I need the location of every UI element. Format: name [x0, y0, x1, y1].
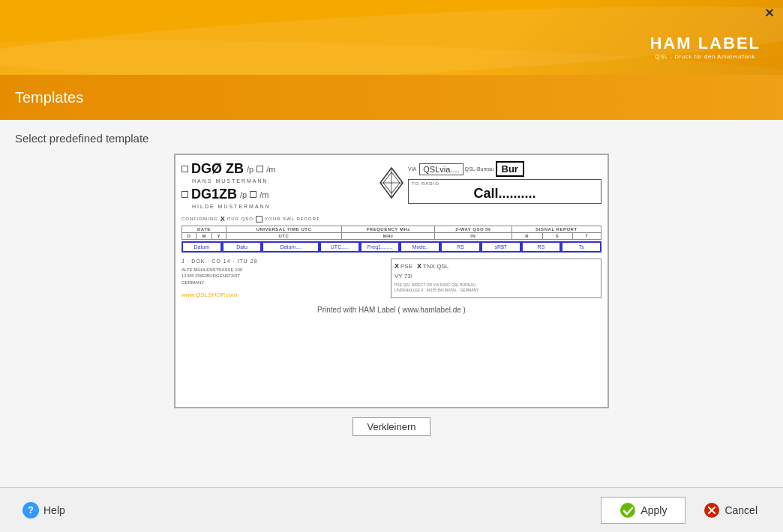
callsign2-m: /m: [260, 190, 268, 199]
confirming-text: CONFIRMING: [182, 217, 218, 221]
help-button[interactable]: ? Help: [22, 502, 65, 519]
qsl-top-row: DGØ ZB /p /m HANS MUSTERMANN DG1ZB /p /m…: [182, 161, 602, 212]
utc-field[interactable]: UTC.....: [320, 241, 360, 253]
ham-label-logo: HAM LABEL QSL - Druck für den Amateurfun…: [650, 34, 760, 60]
footer-small: PSE QSL DIRECT OR VIA DARC QSL BUREAU LI…: [394, 282, 598, 292]
signal-header: SIGNAL REPORT: [512, 226, 601, 233]
twoway-header: 2-WAY QSO IN: [435, 226, 512, 233]
frequency-header: FREQUENCY MHz: [342, 226, 435, 233]
callsign1-checkbox[interactable]: [182, 166, 188, 172]
x-mark: X: [220, 215, 225, 223]
date-header: DATE: [182, 226, 226, 233]
page-title: Templates: [15, 89, 83, 106]
r-header: R: [512, 233, 542, 240]
pse-tnx-row: X PSE X TNX QSL: [394, 262, 598, 270]
callsign2-m-checkbox[interactable]: [250, 191, 256, 198]
callsign2-p: /p: [240, 190, 247, 199]
via-label: VIA: [408, 166, 416, 172]
callsign2-line: DG1ZB /p /m: [182, 187, 375, 202]
diamond-logo: [378, 164, 405, 202]
action-row-top: Verkleinern: [15, 417, 768, 436]
help-icon: ?: [22, 502, 39, 519]
d-header: D: [182, 233, 196, 240]
t-header: T: [572, 233, 601, 240]
pse-x-mark: X: [394, 262, 399, 270]
cancel-label: Cancel: [724, 504, 758, 516]
help-label: Help: [44, 504, 65, 516]
callsign1-m: /m: [266, 165, 275, 174]
rst-field[interactable]: sR$T: [481, 241, 521, 253]
data-table: DATE UNIVERSAL TIME UTC FREQUENCY MHz 2-…: [182, 226, 602, 240]
m-header: M: [196, 233, 212, 240]
select-predefined-label: Select predefined template: [15, 132, 768, 145]
main-content: Select predefined template DGØ ZB /p /m …: [0, 120, 783, 532]
callsign1-m-checkbox[interactable]: [256, 166, 263, 172]
callsign1-line: DGØ ZB /p /m: [182, 161, 375, 177]
y-header: Y: [212, 233, 226, 240]
to-radio-box: TO RADIO Call..........: [408, 179, 602, 204]
tnx-x-mark: X: [417, 262, 422, 270]
template-card: DGØ ZB /p /m HANS MUSTERMANN DG1ZB /p /m…: [174, 154, 609, 408]
qsl-right-section: VIA QSLvia.... QSL-Bureau Bur TO RADIO C…: [408, 161, 602, 204]
tnx-label: TNX QSL: [423, 263, 448, 270]
qsl-via-button[interactable]: QSLvia....: [419, 163, 463, 175]
swl-checkbox[interactable]: [256, 216, 262, 223]
callsign1-p: /p: [247, 165, 254, 174]
callsign1-big: DGØ ZB: [191, 161, 244, 177]
left-info: J · DOK · CO 14 · ITU 28 ALTE MÜHLENSTRA…: [182, 259, 385, 298]
data-fields-row: Datum Datu Datum.... UTC..... Freq1.....…: [182, 241, 602, 253]
dx-info: J · DOK · CO 14 · ITU 28: [182, 259, 385, 264]
datum3-field[interactable]: Datum....: [262, 241, 320, 253]
vy-label: VY 73!: [394, 273, 598, 279]
bottom-bar: ? Help Apply Cancel: [0, 487, 783, 532]
window-close-button[interactable]: ✕: [764, 6, 774, 20]
t-field[interactable]: Ts: [561, 241, 602, 253]
utc-header: UNIVERSAL TIME UTC: [226, 226, 342, 233]
qslshop-logo: www.QSLSHOP.com: [182, 291, 385, 298]
printed-with: Printed with HAM Label ( www.hamlabel.de…: [182, 306, 602, 314]
templates-title-bar: Templates: [0, 75, 783, 120]
in-sub-header: IN: [435, 233, 512, 240]
callsign2-big: DG1ZB: [191, 187, 237, 202]
confirming-row: CONFIRMING X OUR QSO YOUR SWL REPORT: [182, 215, 602, 223]
cancel-icon: [704, 502, 720, 519]
rs-field[interactable]: RS: [440, 241, 481, 253]
mhz-sub-header: MHz: [342, 233, 435, 240]
pse-label: PSE: [400, 263, 412, 270]
via-row: VIA QSLvia.... QSL-Bureau Bur: [408, 161, 602, 177]
bottom-section: J · DOK · CO 14 · ITU 28 ALTE MÜHLENSTRA…: [182, 259, 602, 298]
datum2-field[interactable]: Datu: [222, 241, 262, 253]
apply-icon: [620, 502, 636, 519]
bureau-button[interactable]: Bur: [496, 161, 524, 177]
utc-sub-header: UTC: [226, 233, 342, 240]
callsign2-checkbox[interactable]: [182, 191, 188, 198]
pse-item: X PSE: [394, 262, 412, 270]
mode-field[interactable]: Mode..: [400, 241, 440, 253]
qsl-callsigns: DGØ ZB /p /m HANS MUSTERMANN DG1ZB /p /m…: [182, 161, 375, 212]
call-field: Call..........: [412, 186, 598, 202]
apply-label: Apply: [640, 504, 667, 516]
cancel-button[interactable]: Cancel: [700, 498, 760, 523]
callsign2-name: HILDE MUSTERMANN: [192, 204, 375, 209]
your-swl-text: YOUR SWL REPORT: [265, 217, 320, 221]
template-preview-area: DGØ ZB /p /m HANS MUSTERMANN DG1ZB /p /m…: [15, 154, 768, 408]
right-remark: X PSE X TNX QSL VY 73! PSE QSL DIRECT OR…: [391, 259, 602, 298]
diamond-icon: [379, 166, 404, 199]
tnx-item: X TNX QSL: [417, 262, 448, 270]
verkleinern-button[interactable]: Verkleinern: [352, 417, 430, 436]
datum1-field[interactable]: Datum: [182, 241, 222, 253]
our-qso-text: OUR QSO: [227, 217, 254, 221]
freq-field[interactable]: Freq1........: [360, 241, 400, 253]
svg-point-4: [620, 503, 635, 518]
address-info: ALTE MÜHLENSTRASSE 100 12345 ZWEIBURGENS…: [182, 267, 385, 285]
qsl-bureau-small: QSL-Bureau: [465, 166, 494, 172]
right-buttons: Apply Cancel: [601, 497, 760, 524]
apply-button[interactable]: Apply: [601, 497, 686, 524]
rs2-field[interactable]: RS: [521, 241, 562, 253]
callsign1-name: HANS MUSTERMANN: [192, 178, 375, 184]
s-header: S: [542, 233, 572, 240]
